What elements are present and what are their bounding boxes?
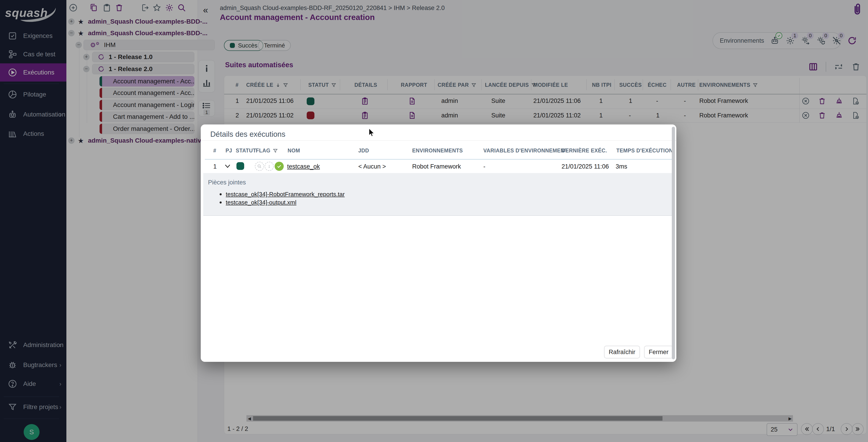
attachment-item[interactable]: testcase_ok[34]-RobotFramework_reports.t… <box>220 191 345 198</box>
mcell-environments: Robot Framework <box>412 163 461 170</box>
mcell-num: 1 <box>213 163 217 170</box>
mcol-header-last-exec: DERNIÈRE EXÉC. <box>562 148 607 154</box>
mcell-jdd: < Aucun > <box>358 163 386 170</box>
bullet-icon <box>220 201 222 204</box>
expand-attachments-chevron-icon[interactable] <box>224 164 231 169</box>
attachments-title: Pièces jointes <box>208 179 246 186</box>
dialog-title-divider <box>201 140 676 141</box>
attachment-link[interactable]: testcase_ok[34]-output.xml <box>226 199 297 206</box>
modal-header-rule <box>205 159 672 160</box>
search-disabled-icon <box>255 162 264 171</box>
mcol-header-status: STATUT <box>236 148 256 154</box>
dialog-title: Détails des exécutions <box>210 130 285 139</box>
mcol-header-label: FLAG <box>256 148 270 154</box>
mcol-header-name: NOM <box>287 148 300 154</box>
mcell-last-exec: 21/01/2025 11:06 <box>562 163 609 170</box>
modal-status-square-success <box>237 162 244 170</box>
mouse-cursor <box>368 128 376 138</box>
mcol-header-pj: PJ <box>225 148 232 154</box>
bullet-icon <box>220 193 222 195</box>
attachment-link[interactable]: testcase_ok[34]-RobotFramework_reports.t… <box>226 191 345 198</box>
refresh-button[interactable]: Rafraîchir <box>604 346 640 359</box>
mcell-exec-time: 3ms <box>616 163 627 170</box>
success-check-icon <box>275 162 284 171</box>
mcell-env-vars: - <box>483 163 485 170</box>
mcol-header-exec-time: TEMPS D'EXÉCUTION <box>616 148 673 154</box>
modal-scrollbar[interactable] <box>672 127 675 359</box>
mcol-header-jdd: JDD <box>358 148 369 154</box>
filter-funnel-icon[interactable] <box>273 148 278 154</box>
mcol-header-environments: ENVIRONNEMENTS <box>412 148 463 154</box>
execution-details-dialog: Détails des exécutions # PJ STATUT FLAG … <box>201 125 676 362</box>
mcol-header-num: # <box>213 148 216 154</box>
close-button[interactable]: Fermer <box>644 346 673 359</box>
mcol-header-flag[interactable]: FLAG <box>256 148 278 154</box>
warning-disabled-icon <box>265 162 274 171</box>
testcase-link[interactable]: testcase_ok <box>287 163 320 170</box>
mcol-header-env-vars: VARIABLES D'ENVIRONNEMENT <box>483 148 568 154</box>
attachments-panel: Pièces jointes testcase_ok[34]-RobotFram… <box>203 173 673 216</box>
attachment-item[interactable]: testcase_ok[34]-output.xml <box>220 199 297 206</box>
